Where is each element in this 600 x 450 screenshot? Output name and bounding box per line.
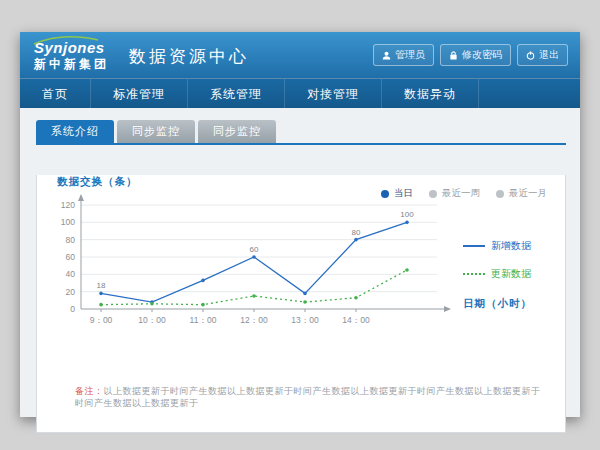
filter-today-label: 当日 (394, 187, 413, 200)
admin-user-label: 管理员 (395, 48, 425, 62)
nav-item-home[interactable]: 首页 (20, 79, 91, 109)
svg-text:80: 80 (352, 228, 361, 237)
tab-system-intro[interactable]: 系统介绍 (36, 120, 114, 143)
svg-text:40: 40 (66, 269, 76, 279)
solid-line-icon (463, 245, 485, 247)
lock-icon (449, 51, 458, 60)
svg-text:11：00: 11：00 (190, 315, 217, 325)
svg-text:14：00: 14：00 (342, 315, 370, 325)
main-nav: 首页 标准管理 系统管理 对接管理 数据异动 (20, 78, 580, 109)
filter-last-month[interactable]: 最近一月 (496, 187, 547, 200)
filter-dot-icon (496, 190, 504, 198)
footnote-prefix: 备注： (75, 386, 104, 396)
nav-item-system-mgmt[interactable]: 系统管理 (188, 79, 285, 109)
user-icon (382, 51, 391, 60)
svg-text:9：00: 9：00 (90, 315, 113, 325)
power-icon (526, 51, 535, 60)
nav-item-standard-mgmt[interactable]: 标准管理 (91, 79, 188, 109)
svg-text:60: 60 (250, 245, 259, 254)
change-password-label: 修改密码 (462, 48, 502, 62)
dotted-line-icon (463, 273, 485, 275)
svg-text:100: 100 (400, 210, 414, 219)
logout-button[interactable]: 退出 (517, 44, 568, 66)
nav-item-data-change[interactable]: 数据异动 (382, 79, 479, 109)
svg-text:10：00: 10：00 (138, 315, 166, 325)
brand-logo: Synjones 新中新集团 (34, 40, 109, 70)
filter-last-month-label: 最近一月 (509, 187, 547, 200)
series-legend: 新增数据 更新数据 日期（小时） (463, 239, 549, 341)
header-actions: 管理员 修改密码 退出 (373, 44, 568, 66)
tab-sync-monitor-2[interactable]: 同步监控 (198, 120, 276, 143)
filter-last-week-label: 最近一周 (442, 187, 480, 200)
line-chart: 0204060801001209：0010：0011：0012：0013：001… (45, 191, 457, 341)
svg-text:0: 0 (70, 304, 75, 314)
svg-text:100: 100 (61, 217, 75, 227)
admin-user-button[interactable]: 管理员 (373, 44, 434, 66)
filter-today[interactable]: 当日 (381, 187, 413, 200)
svg-text:18: 18 (97, 281, 106, 290)
svg-text:120: 120 (61, 200, 75, 210)
change-password-button[interactable]: 修改密码 (440, 44, 511, 66)
logo-swoosh-icon (32, 36, 102, 46)
nav-item-connect-mgmt[interactable]: 对接管理 (285, 79, 382, 109)
legend-new-data-label: 新增数据 (491, 239, 531, 253)
tab-strip: 系统介绍 同步监控 同步监控 (36, 120, 566, 145)
svg-text:13：00: 13：00 (291, 315, 319, 325)
content-area: 系统介绍 同步监控 同步监控 当日 最近一周 最近一月 数据交换（条） (20, 108, 580, 417)
logo-company-text: 新中新集团 (34, 58, 109, 70)
svg-text:20: 20 (66, 287, 76, 297)
footnote: 备注：以上数据更新于时间产生数据以上数据更新于时间产生数据以上数据更新于时间产生… (75, 385, 543, 410)
app-window: Synjones 新中新集团 数据资源中心 管理员 修改密码 退出 首页 标准管… (20, 32, 580, 417)
filter-last-week[interactable]: 最近一周 (429, 187, 480, 200)
svg-text:60: 60 (66, 252, 76, 262)
tab-sync-monitor-1[interactable]: 同步监控 (117, 120, 195, 143)
svg-text:12：00: 12：00 (240, 315, 268, 325)
filter-dot-icon (429, 190, 437, 198)
legend-new-data[interactable]: 新增数据 (463, 239, 549, 253)
legend-update-data-label: 更新数据 (491, 267, 531, 281)
x-axis-title: 日期（小时） (463, 297, 549, 311)
footnote-text: 以上数据更新于时间产生数据以上数据更新于时间产生数据以上数据更新于时间产生数据以… (75, 386, 541, 409)
page-title: 数据资源中心 (129, 45, 249, 68)
header: Synjones 新中新集团 数据资源中心 管理员 修改密码 退出 (20, 32, 580, 78)
svg-text:80: 80 (66, 235, 76, 245)
logout-label: 退出 (539, 48, 559, 62)
chart-panel: 当日 最近一周 最近一月 数据交换（条） 0204060801001209：00… (36, 175, 566, 433)
filter-dot-icon (381, 190, 389, 198)
time-filter-legend: 当日 最近一周 最近一月 (381, 187, 547, 200)
chart-row: 0204060801001209：0010：0011：0012：0013：001… (45, 191, 565, 341)
legend-update-data[interactable]: 更新数据 (463, 267, 549, 281)
